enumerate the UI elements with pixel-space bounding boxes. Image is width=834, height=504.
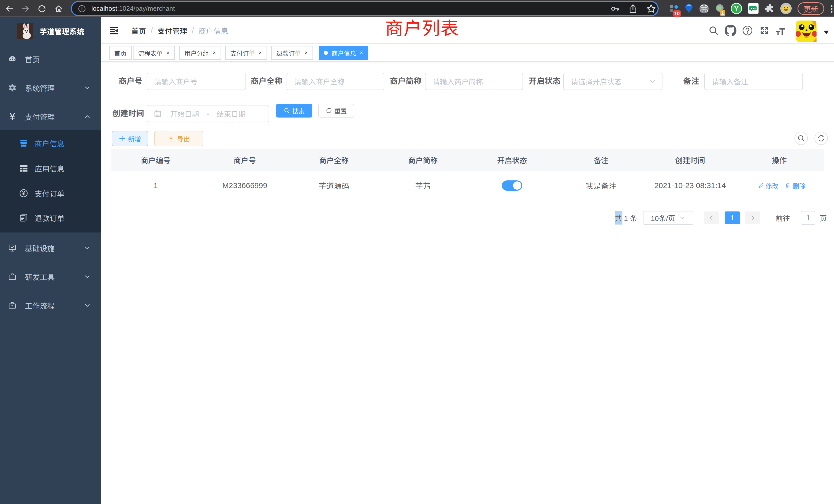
svg-text:¥: ¥: [22, 190, 25, 196]
